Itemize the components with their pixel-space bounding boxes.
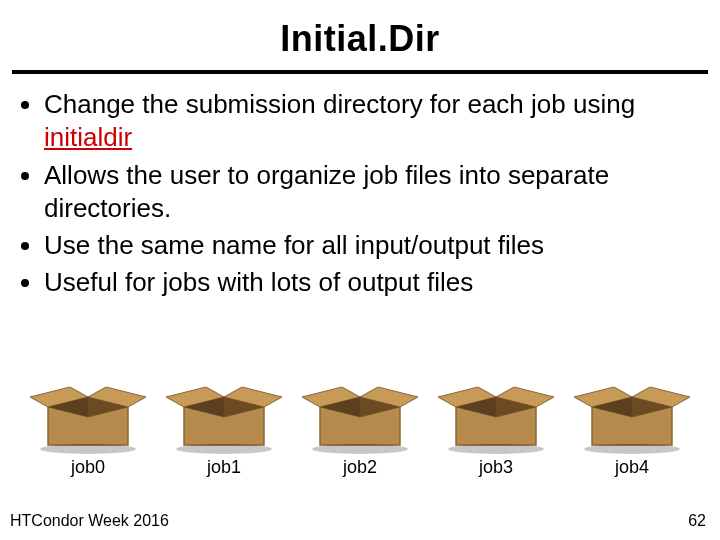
open-box-icon	[300, 367, 420, 455]
bullet-item: Use the same name for all input/output f…	[44, 229, 696, 262]
footer-left: HTCondor Week 2016	[10, 512, 169, 530]
svg-point-6	[40, 444, 136, 454]
box-label: job3	[479, 457, 513, 478]
open-box-icon	[28, 367, 148, 455]
slide: Initial.Dir Change the submission direct…	[0, 0, 720, 540]
open-box-icon	[572, 367, 692, 455]
title-underline	[12, 70, 708, 74]
svg-point-27	[448, 444, 544, 454]
box-unit: job0	[28, 367, 148, 478]
open-box-icon	[164, 367, 284, 455]
bullet-item: Change the submission directory for each…	[44, 88, 696, 155]
page-number: 62	[688, 512, 706, 530]
bullet-text: Useful for jobs with lots of output file…	[44, 267, 473, 297]
bullet-item: Allows the user to organize job files in…	[44, 159, 696, 226]
svg-point-34	[584, 444, 680, 454]
box-label: job2	[343, 457, 377, 478]
box-row: job0 job1 job2	[0, 367, 720, 478]
box-unit: job2	[300, 367, 420, 478]
box-unit: job1	[164, 367, 284, 478]
open-box-icon	[436, 367, 556, 455]
bullet-text: Allows the user to organize job files in…	[44, 160, 609, 223]
box-label: job4	[615, 457, 649, 478]
svg-point-20	[312, 444, 408, 454]
svg-point-13	[176, 444, 272, 454]
bullet-text: Change the submission directory for each…	[44, 89, 635, 119]
bullet-list: Change the submission directory for each…	[24, 88, 696, 300]
bullet-item: Useful for jobs with lots of output file…	[44, 266, 696, 299]
box-unit: job3	[436, 367, 556, 478]
bullet-text: Use the same name for all input/output f…	[44, 230, 544, 260]
keyword-initialdir: initialdir	[44, 122, 132, 152]
box-label: job0	[71, 457, 105, 478]
slide-title: Initial.Dir	[0, 0, 720, 60]
box-unit: job4	[572, 367, 692, 478]
box-label: job1	[207, 457, 241, 478]
